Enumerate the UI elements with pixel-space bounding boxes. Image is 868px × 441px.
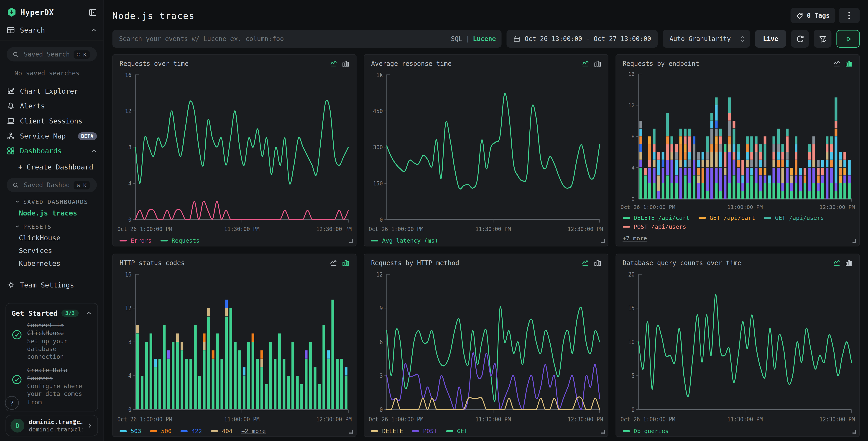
legend-item[interactable]: Db queries (623, 428, 669, 434)
sidebar-item-team-settings[interactable]: Team Settings (0, 277, 103, 292)
legend-item[interactable]: DELETE /api/cart (623, 214, 690, 221)
legend-label: 503 (131, 428, 141, 434)
bar-chart-view-icon[interactable] (845, 259, 852, 266)
legend-item[interactable]: Avg latency (ms) (371, 237, 438, 244)
svg-text:16: 16 (628, 71, 634, 77)
sidebar-preset-clickhouse[interactable]: ClickHouse (0, 231, 103, 244)
chevron-up-icon[interactable] (86, 310, 92, 316)
sql-toggle[interactable]: SQL (451, 35, 462, 42)
panel-resize-handle[interactable] (349, 430, 353, 434)
svg-text:3: 3 (380, 373, 383, 379)
filter-funnel-icon (818, 35, 827, 43)
query-language-toggle[interactable]: SQL | Lucene (451, 30, 496, 48)
sidebar-item-chart-explorer[interactable]: Chart Explorer (0, 84, 103, 99)
sidebar-item-alerts[interactable]: Alerts (0, 99, 103, 114)
legend-item[interactable]: GET /api/cart (699, 214, 755, 221)
sidebar-dashboard-nodejs-traces[interactable]: Node.js traces (0, 207, 103, 219)
legend-label: DELETE (382, 428, 403, 434)
panel-resize-handle[interactable] (601, 239, 605, 243)
legend-item[interactable]: 500 (150, 428, 172, 434)
legend-item[interactable]: DELETE (371, 428, 403, 434)
sidebar-bottom: Get Started 3/3 Connect to ClickHouse Se… (0, 303, 103, 441)
saved-searches-input[interactable] (23, 50, 70, 59)
dashboard-grid: Requests over time1612840Oct 26 1:00:00 … (104, 48, 868, 441)
svg-text:0: 0 (631, 406, 634, 413)
date-range-picker[interactable]: Oct 26 13:00:00 - Oct 27 13:00:00 (506, 30, 658, 48)
saved-dashboards-input[interactable] (23, 181, 70, 189)
sidebar-preset-services[interactable]: Services (0, 244, 103, 257)
get-started-step-connect[interactable]: Connect to ClickHouse Set up your databa… (11, 322, 92, 361)
sidebar-item-service-map[interactable]: Service Map BETA (0, 128, 103, 144)
legend-more-link[interactable]: +7 more (623, 235, 647, 241)
chart-plot: 1612840Oct 26 1:00:00 PM11:30:00 PM12:30… (113, 68, 356, 236)
cmd-k-shortcut: ⌘ K (73, 181, 90, 189)
events-search-input[interactable] (113, 30, 502, 48)
chart-legend: DELETE /api/cartGET /api/cartGET /api/us… (616, 213, 859, 232)
legend-item[interactable]: Errors (120, 237, 152, 244)
legend-swatch (623, 217, 630, 218)
tags-button[interactable]: 0 Tags (791, 8, 835, 23)
get-started-step-sources[interactable]: Create Data Sources Configure where your… (11, 367, 92, 407)
bar-chart-view-icon[interactable] (594, 60, 601, 67)
bar-chart-view-icon[interactable] (845, 60, 852, 67)
dashboard-menu-button[interactable] (839, 8, 860, 23)
get-started-progress-badge: 3/3 (61, 310, 79, 317)
saved-searches-searchbox[interactable]: ⌘ K (7, 47, 97, 61)
create-dashboard-button[interactable]: + Create Dashboard (0, 158, 103, 175)
step-desc: Configure where your data comes from (27, 383, 92, 406)
legend-item[interactable]: 422 (180, 428, 202, 434)
chart-plot: 129630Oct 26 1:00:00 PM11:30:00 PM12:30:… (364, 267, 608, 426)
step-title: Connect to ClickHouse (27, 322, 92, 337)
legend-more-link[interactable]: +2 more (241, 428, 266, 434)
live-button[interactable]: Live (755, 30, 786, 48)
step-title: Create Data Sources (27, 367, 92, 383)
panel-title: Database query counts over time (623, 259, 833, 267)
collapse-sidebar-icon[interactable] (89, 8, 97, 16)
get-started-title: Get Started (11, 309, 57, 317)
line-chart-view-icon[interactable] (833, 259, 840, 266)
svg-text:12: 12 (377, 271, 383, 278)
check-circle-icon (11, 375, 22, 385)
refresh-button[interactable] (791, 30, 809, 48)
user-menu[interactable]: D dominic.tran@c… dominic.tran@cli… (5, 415, 98, 436)
bar-chart-view-icon[interactable] (594, 259, 601, 266)
legend-item[interactable]: GET (446, 428, 467, 434)
filter-button[interactable] (814, 30, 832, 48)
legend-item[interactable]: 404 (211, 428, 232, 434)
panel-title: Requests over time (120, 60, 330, 68)
legend-item[interactable]: 503 (120, 428, 141, 434)
line-chart-view-icon[interactable] (330, 60, 337, 67)
panel-resize-handle[interactable] (601, 430, 605, 434)
saved-dashboards-searchbox[interactable]: ⌘ K (7, 178, 97, 192)
legend-item[interactable]: Requests (160, 237, 200, 244)
svg-text:Oct 26 1:00:00 PM: Oct 26 1:00:00 PM (369, 226, 424, 232)
line-chart-view-icon[interactable] (833, 60, 840, 67)
panel-resize-handle[interactable] (852, 430, 857, 434)
run-query-button[interactable] (836, 30, 860, 48)
bar-chart-view-icon[interactable] (342, 259, 349, 266)
date-range-value: Oct 26 13:00:00 - Oct 27 13:00:00 (525, 35, 651, 42)
line-chart-view-icon[interactable] (330, 259, 337, 266)
svg-text:16: 16 (125, 271, 131, 278)
panel-resize-handle[interactable] (349, 239, 353, 243)
line-chart-view-icon[interactable] (582, 60, 589, 67)
legend-item[interactable]: POST (412, 428, 437, 434)
legend-label: GET /api/users (775, 214, 824, 221)
saved-dashboards-section[interactable]: SAVED DASHBOARDS (0, 194, 103, 206)
user-name: dominic.tran@c… (29, 419, 83, 426)
sidebar-item-client-sessions[interactable]: Client Sessions (0, 113, 103, 128)
help-button[interactable]: ? (5, 396, 19, 410)
granularity-select[interactable]: Auto Granularity (663, 30, 750, 48)
sidebar-item-search[interactable]: Search (0, 23, 103, 38)
sidebar-preset-kubernetes[interactable]: Kubernetes (0, 257, 103, 270)
presets-section[interactable]: PRESETS (0, 219, 103, 231)
lucene-toggle[interactable]: Lucene (473, 35, 496, 42)
legend-item[interactable]: GET /api/users (764, 214, 824, 221)
sidebar-item-dashboards[interactable]: Dashboards (0, 144, 103, 158)
legend-item[interactable]: POST /api/users (623, 223, 686, 230)
panel-resize-handle[interactable] (852, 239, 857, 243)
line-chart-view-icon[interactable] (582, 259, 589, 266)
chart-legend: Avg latency (ms) (364, 235, 608, 246)
bar-chart-view-icon[interactable] (342, 60, 349, 67)
kebab-menu-icon (848, 11, 850, 19)
